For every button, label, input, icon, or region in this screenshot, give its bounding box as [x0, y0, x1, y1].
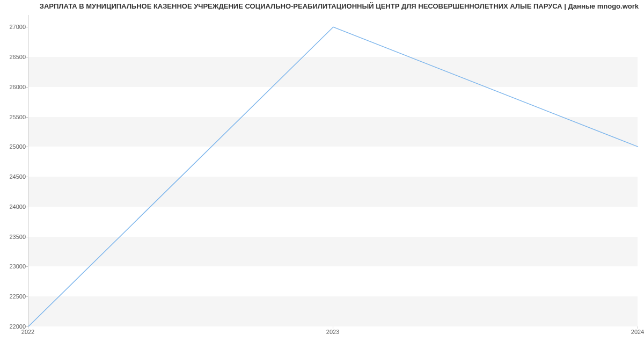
- y-tick-mark: [26, 177, 28, 177]
- chart-title: ЗАРПЛАТА В МУНИЦИПАЛЬНОЕ КАЗЕННОЕ УЧРЕЖД…: [40, 2, 639, 10]
- y-tick-mark: [26, 296, 28, 297]
- x-tick-label: 2024: [631, 329, 644, 335]
- salary-chart: ЗАРПЛАТА В МУНИЦИПАЛЬНОЕ КАЗЕННОЕ УЧРЕЖД…: [0, 0, 644, 349]
- y-tick-mark: [26, 87, 28, 88]
- y-tick-mark: [26, 237, 28, 237]
- y-tick-label: 26000: [2, 84, 26, 90]
- line-series: [28, 15, 638, 326]
- y-tick-label: 24000: [2, 203, 26, 210]
- y-tick-label: 26500: [2, 54, 26, 60]
- x-tick-label: 2022: [21, 329, 34, 335]
- x-tick-label: 2023: [326, 329, 339, 335]
- x-tick-mark: [28, 326, 28, 329]
- y-tick-label: 22500: [2, 293, 26, 300]
- y-tick-label: 23500: [2, 234, 26, 240]
- y-tick-mark: [26, 266, 28, 267]
- plot-area: [28, 15, 638, 326]
- y-tick-label: 25500: [2, 114, 26, 120]
- y-tick-label: 27000: [2, 24, 26, 30]
- y-tick-mark: [26, 207, 28, 207]
- y-tick-label: 24500: [2, 173, 26, 180]
- y-tick-label: 25000: [2, 143, 26, 150]
- y-tick-mark: [26, 147, 28, 147]
- x-tick-mark: [638, 326, 638, 329]
- y-tick-label: 23000: [2, 263, 26, 270]
- y-tick-mark: [26, 57, 28, 57]
- y-tick-mark: [26, 27, 28, 27]
- x-tick-mark: [333, 326, 333, 329]
- y-tick-mark: [26, 117, 28, 118]
